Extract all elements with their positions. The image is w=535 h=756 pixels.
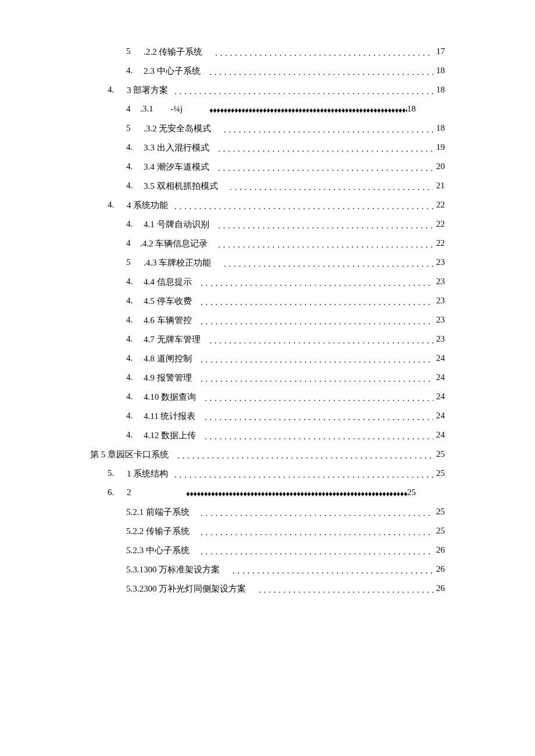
toc-entry: 4.4.9 报警管理. . . . . . . . . . . . . . . …	[0, 372, 535, 392]
toc-entry-title: 4.5 停车收费	[144, 296, 192, 307]
toc-entry-title: 5.3.1300 万标准架设方案	[126, 564, 222, 575]
toc-entry-page: 23	[436, 257, 445, 267]
toc-entry-prefix: 4.	[126, 353, 133, 363]
toc-entry-page: 24	[436, 372, 445, 382]
toc-entry: 5.2.1 前端子系统. . . . . . . . . . . . . . .…	[0, 507, 535, 526]
toc-entry-prefix: 4.	[126, 430, 133, 440]
toc-leader-dots: . . . . . . . . . . . . . . . . . . . . …	[209, 336, 433, 345]
toc-leader-dots: . . . . . . . . . . . . . . . . . . . . …	[209, 67, 433, 76]
toc-entry-prefix: 4.	[126, 296, 133, 306]
toc-leader-dots: . . . . . . . . . . . . . . . . . . . . …	[224, 259, 433, 268]
toc-entry: 4.3.1 -¼j♦♦♦♦♦♦♦♦♦♦♦♦♦♦♦♦♦♦♦♦♦♦♦♦♦♦♦♦♦♦♦…	[0, 104, 535, 123]
toc-entry: 5.2.2 传输子系统. . . . . . . . . . . . . . .…	[0, 46, 535, 66]
toc-entry-title: 1 系统结构	[127, 468, 170, 479]
toc-entry-prefix: 4.	[126, 219, 133, 229]
toc-leader-dots: . . . . . . . . . . . . . . . . . . . . …	[218, 221, 433, 230]
toc-entry-prefix: 4.	[126, 162, 133, 171]
toc-entry-page: 24	[436, 411, 445, 421]
toc-entry-prefix: 4	[126, 104, 131, 114]
toc-entry-prefix: 4.	[108, 85, 114, 95]
toc-leader-diamonds: ♦♦♦♦♦♦♦♦♦♦♦♦♦♦♦♦♦♦♦♦♦♦♦♦♦♦♦♦♦♦♦♦♦♦♦♦♦♦♦♦…	[209, 106, 407, 115]
toc-entry-title: .4.2 车辆信息记录	[140, 238, 208, 249]
toc-entry-page: 21	[436, 181, 445, 191]
toc-entry-prefix: 4.	[126, 334, 133, 344]
toc-entry-prefix: 4.	[126, 392, 133, 402]
toc-leader-diamonds: ♦♦♦♦♦♦♦♦♦♦♦♦♦♦♦♦♦♦♦♦♦♦♦♦♦♦♦♦♦♦♦♦♦♦♦♦♦♦♦♦…	[186, 489, 407, 499]
toc-leader-dots: . . . . . . . . . . . . . . . . . . . . …	[174, 87, 433, 95]
toc-entry-prefix: 4.	[126, 372, 133, 382]
toc-entry: 4.3 部署方案 . . . . . . . . . . . . . . . .…	[0, 85, 535, 104]
toc-entry: 4.3.3 出入混行模式. . . . . . . . . . . . . . …	[0, 142, 535, 162]
toc-entry-title: 3.3 出入混行模式	[144, 142, 209, 153]
toc-entry-page: 23	[436, 296, 445, 306]
toc-entry-page: 23	[436, 334, 445, 344]
toc-entry: 4.4.10 数据查询. . . . . . . . . . . . . . .…	[0, 392, 535, 411]
toc-entry-page: 26	[436, 564, 445, 574]
toc-entry: 4.4.4 信息提示. . . . . . . . . . . . . . . …	[0, 277, 535, 296]
toc-entry-page: 22	[436, 238, 445, 248]
toc-entry: 5.3.1300 万标准架设方案 . . . . . . . . . . . .…	[0, 564, 535, 583]
toc-entry: 4.4.8 道闸控制. . . . . . . . . . . . . . . …	[0, 353, 535, 372]
toc-entry-page: 22	[436, 200, 445, 210]
toc-entry: 4.4.1 号牌自动识别. . . . . . . . . . . . . . …	[0, 219, 535, 238]
toc-entry: 4.4.7 无牌车管理. . . . . . . . . . . . . . .…	[0, 334, 535, 353]
toc-entry-title: 4.11 统计报表	[144, 411, 195, 422]
toc-entry-title: 4.10 数据查询	[144, 392, 196, 403]
toc-entry-title: 5.3.2300 万补光灯同侧架设方案	[126, 583, 248, 594]
toc-leader-dots: . . . . . . . . . . . . . . . . . . . . …	[205, 432, 433, 440]
toc-entry-title: 2.3 中心子系统	[144, 66, 201, 77]
toc-leader-dots: . . . . . . . . . . . . . . . . . . . . …	[201, 317, 433, 325]
toc-entry-prefix: 5	[126, 123, 131, 133]
toc-entry-prefix: 5	[126, 257, 131, 267]
toc-entry: 4.2.3 中心子系统. . . . . . . . . . . . . . .…	[0, 66, 535, 85]
toc-leader-dots: . . . . . . . . . . . . . . . . . . . . …	[201, 508, 433, 517]
toc-entry: 5.1 系统结构 . . . . . . . . . . . . . . . .…	[0, 468, 535, 488]
toc-entry-prefix: 5.	[108, 468, 114, 478]
toc-entry-title: 4.7 无牌车管理	[144, 334, 201, 345]
toc-leader-dots: . . . . . . . . . . . . . . . . . . . . …	[201, 528, 433, 536]
toc-entry-title: 4.4 信息提示	[144, 277, 192, 288]
toc-entry-page: 25	[436, 526, 445, 536]
toc-entry: 5.4.3 车牌校正功能. . . . . . . . . . . . . . …	[0, 257, 535, 277]
toc-leader-dots: . . . . . . . . . . . . . . . . . . . . …	[201, 298, 433, 306]
toc-entry-title: 3.4 潮汐车道模式	[144, 162, 209, 173]
toc-entry-page: 25	[436, 449, 445, 459]
toc-entry-prefix: 4.	[108, 200, 114, 210]
toc-entry-page: 19	[436, 142, 445, 152]
toc-entry-title: 2	[127, 488, 131, 497]
toc-leader-dots: . . . . . . . . . . . . . . . . . . . . …	[174, 202, 433, 210]
toc-entry-title: 4.6 车辆管控	[144, 315, 192, 326]
toc-entry: 5.2.3 中心子系统. . . . . . . . . . . . . . .…	[0, 545, 535, 564]
toc-entry-title: .2.2 传输子系统	[144, 46, 202, 58]
toc-entry-page: 22	[436, 219, 445, 229]
toc-leader-dots: . . . . . . . . . . . . . . . . . . . . …	[205, 393, 433, 402]
toc-entry-prefix: 4.	[126, 66, 133, 76]
toc-leader-dots: . . . . . . . . . . . . . . . . . . . . …	[224, 125, 433, 134]
toc-leader-dots: . . . . . . . . . . . . . . . . . . . . …	[230, 182, 433, 191]
toc-entry-page: 25	[407, 488, 416, 497]
toc-entry-title: 5.2.3 中心子系统	[126, 545, 190, 556]
toc-entry-page: 24	[436, 430, 445, 440]
toc-entry: 5.2.2 传输子系统. . . . . . . . . . . . . . .…	[0, 526, 535, 545]
toc-page: 5.2.2 传输子系统. . . . . . . . . . . . . . .…	[0, 0, 535, 756]
toc-entry-prefix: 6.	[108, 488, 114, 497]
toc-entry-title: 第 5 章园区卡口系统	[90, 449, 169, 460]
toc-entry-prefix: 4.	[126, 181, 133, 191]
toc-entry: 4.4.12 数据上传. . . . . . . . . . . . . . .…	[0, 430, 535, 449]
toc-entry: 4.3.5 双相机抓拍模式. . . . . . . . . . . . . .…	[0, 181, 535, 200]
toc-entry-page: 20	[436, 162, 445, 171]
toc-leader-dots: . . . . . . . . . . . . . . . . . . . . …	[218, 144, 433, 153]
toc-entry-page: 18	[436, 66, 445, 76]
toc-leader-dots: . . . . . . . . . . . . . . . . . . . . …	[233, 566, 433, 575]
toc-leader-dots: . . . . . . . . . . . . . . . . . . . . …	[201, 278, 433, 287]
toc-entry: 4.4.11 统计报表. . . . . . . . . . . . . . .…	[0, 411, 535, 430]
toc-entry-title: 4.1 号牌自动识别	[144, 219, 209, 230]
toc-entry-title: 3.5 双相机抓拍模式	[144, 181, 218, 192]
toc-entry-title: .4.3 车牌校正功能	[144, 257, 211, 268]
toc-entry-prefix: 4.	[126, 142, 133, 152]
toc-entry-page: 24	[436, 392, 445, 402]
toc-entry-page: 17	[436, 46, 445, 56]
toc-entry-prefix: 4.	[126, 315, 133, 325]
toc-entry-page: 23	[436, 315, 445, 325]
toc-entry: 第 5 章园区卡口系统. . . . . . . . . . . . . . .…	[0, 449, 535, 468]
